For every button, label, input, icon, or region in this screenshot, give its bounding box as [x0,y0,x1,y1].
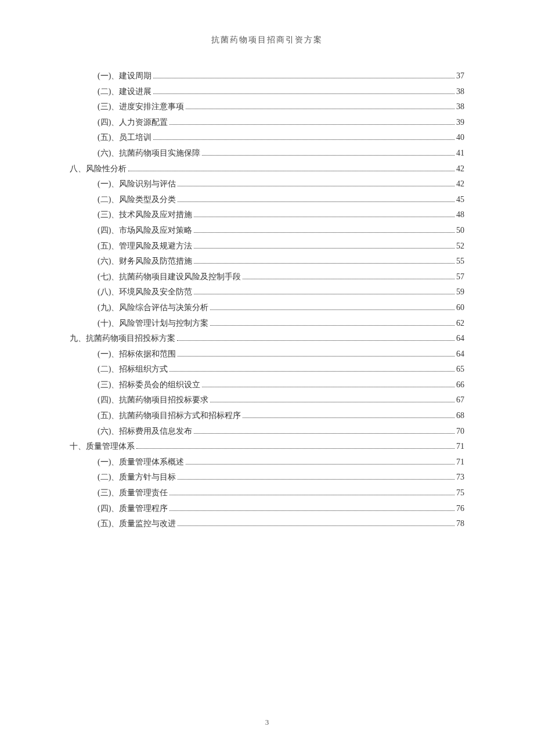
toc-dot-leader [169,505,454,511]
toc-entry: (十)、风险管理计划与控制方案62 [70,316,464,332]
toc-entry-page: 57 [456,269,464,285]
toc-entry: (三)、质量管理责任75 [70,485,464,501]
toc-entry: (三)、进度安排注意事项38 [70,99,464,115]
toc-entry-label: 九、抗菌药物项目招投标方案 [70,331,175,347]
toc-dot-leader [210,397,454,403]
toc-entry-page: 67 [456,393,464,408]
toc-entry: (八)、环境风险及安全防范59 [70,285,464,300]
toc-entry-label: (二)、招标组织方式 [98,362,168,377]
toc-entry-label: (一)、风险识别与评估 [98,177,176,192]
toc-entry: 十、质量管理体系71 [70,439,464,455]
toc-entry-page: 39 [456,115,464,131]
toc-entry: 八、风险性分析42 [70,161,464,177]
toc-entry-page: 48 [456,207,464,223]
toc-entry: (四)、抗菌药物项目招投标要求67 [70,393,464,408]
toc-entry-label: (一)、招标依据和范围 [98,347,176,362]
toc-entry: (二)、风险类型及分类45 [70,192,464,208]
toc-entry-label: (五)、质量监控与改进 [98,516,176,532]
toc-entry-page: 68 [456,408,464,424]
toc-entry-page: 42 [456,161,464,177]
toc-entry-label: (二)、质量方针与目标 [98,470,176,485]
toc-entry: (四)、人力资源配置39 [70,115,464,131]
toc-entry-label: (五)、抗菌药物项目招标方式和招标程序 [98,408,241,424]
toc-entry-page: 52 [456,239,464,254]
toc-entry: (六)、财务风险及防范措施55 [70,254,464,269]
toc-entry: (二)、质量方针与目标73 [70,470,464,485]
toc-entry: (五)、管理风险及规避方法52 [70,239,464,254]
toc-entry: (一)、建设周期37 [70,69,464,84]
toc-entry-label: (四)、抗菌药物项目招投标要求 [98,393,208,408]
toc-entry: (一)、风险识别与评估42 [70,177,464,192]
toc-entry-label: (二)、风险类型及分类 [98,192,176,208]
toc-entry-label: (三)、招标委员会的组织设立 [98,377,200,393]
toc-entry-page: 41 [456,146,464,161]
table-of-contents: (一)、建设周期37(二)、建设进展38(三)、进度安排注意事项38(四)、人力… [70,69,464,532]
toc-dot-leader [194,211,454,218]
toc-dot-leader [194,226,454,233]
toc-entry-page: 65 [456,362,464,377]
toc-entry-label: (六)、财务风险及防范措施 [98,254,192,269]
toc-dot-leader [128,165,454,171]
toc-dot-leader [169,489,454,495]
toc-dot-leader [243,273,454,279]
toc-entry-label: 十、质量管理体系 [70,439,135,455]
toc-entry-label: (九)、风险综合评估与决策分析 [98,300,208,316]
toc-entry: (九)、风险综合评估与决策分析60 [70,300,464,316]
toc-entry: (二)、招标组织方式65 [70,362,464,377]
toc-entry-label: (六)、抗菌药物项目实施保障 [98,146,200,161]
toc-dot-leader [153,72,454,78]
toc-entry-label: (七)、抗菌药物项目建设风险及控制手段 [98,269,241,285]
toc-entry-page: 66 [456,377,464,393]
toc-entry-label: (四)、市场风险及应对策略 [98,223,192,239]
page-number: 3 [0,718,534,727]
toc-entry: (二)、建设进展38 [70,84,464,100]
toc-entry-label: (五)、员工培训 [98,130,151,146]
toc-dot-leader [194,242,454,249]
toc-dot-leader [169,118,454,125]
toc-entry: (五)、质量监控与改进78 [70,516,464,532]
toc-entry-page: 64 [456,347,464,362]
toc-dot-leader [202,149,454,156]
toc-dot-leader [178,520,454,526]
toc-entry-page: 55 [456,254,464,269]
toc-entry-page: 64 [456,331,464,347]
toc-entry-label: (六)、招标费用及信息发布 [98,424,192,440]
toc-dot-leader [194,289,454,295]
toc-entry: (七)、抗菌药物项目建设风险及控制手段57 [70,269,464,285]
toc-entry-page: 40 [456,130,464,146]
toc-dot-leader [169,365,454,372]
toc-dot-leader [210,304,454,310]
toc-entry: (六)、抗菌药物项目实施保障41 [70,146,464,161]
toc-entry: (六)、招标费用及信息发布70 [70,424,464,440]
toc-entry-label: (八)、环境风险及安全防范 [98,285,192,300]
toc-dot-leader [202,381,454,387]
toc-entry: (三)、技术风险及应对措施48 [70,207,464,223]
toc-dot-leader [243,412,454,418]
toc-entry-label: (三)、质量管理责任 [98,485,168,501]
toc-entry-label: (一)、建设周期 [98,69,151,84]
toc-entry: (四)、质量管理程序76 [70,501,464,517]
toc-entry: (一)、质量管理体系概述71 [70,455,464,470]
toc-dot-leader [178,474,454,480]
toc-dot-leader [153,88,454,94]
toc-entry: (五)、抗菌药物项目招标方式和招标程序68 [70,408,464,424]
toc-dot-leader [177,334,454,341]
toc-entry-page: 38 [456,99,464,115]
toc-entry-page: 73 [456,470,464,485]
toc-entry-page: 62 [456,316,464,332]
toc-entry-label: 八、风险性分析 [70,161,127,177]
page-header-title: 抗菌药物项目招商引资方案 [70,35,464,45]
toc-entry-page: 70 [456,424,464,440]
toc-entry-page: 78 [456,516,464,532]
toc-entry-page: 75 [456,485,464,501]
toc-entry-label: (三)、技术风险及应对措施 [98,207,192,223]
toc-dot-leader [186,458,454,465]
toc-entry-page: 59 [456,285,464,300]
toc-entry-page: 38 [456,84,464,100]
toc-dot-leader [178,196,454,202]
toc-dot-leader [210,319,454,326]
toc-entry-label: (三)、进度安排注意事项 [98,99,184,115]
toc-entry-label: (二)、建设进展 [98,84,151,100]
toc-entry: (一)、招标依据和范围64 [70,347,464,362]
toc-entry-label: (四)、质量管理程序 [98,501,168,517]
